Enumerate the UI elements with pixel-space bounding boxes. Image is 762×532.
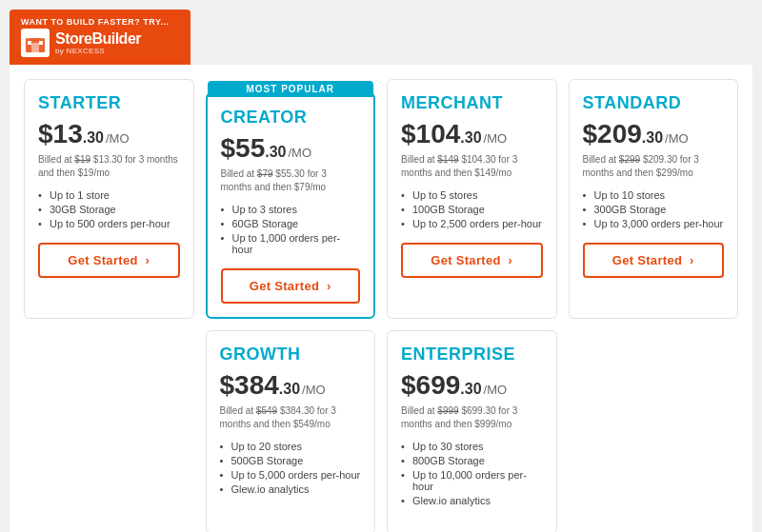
feature-starter-3: Up to 500 orders per-hour: [38, 218, 180, 229]
arrow-icon-starter: ›: [146, 253, 150, 267]
plan-price-merchant: $104 .30 /MO: [401, 119, 543, 149]
plan-name-enterprise: ENTERPRISE: [401, 345, 543, 365]
billing-after-standard: $209.30 for 3 months and then $299/mo: [583, 154, 699, 178]
price-cents-creator: .30: [265, 144, 286, 161]
price-main-growth: $384: [220, 370, 279, 401]
billing-after-merchant: $104.30 for 3 months and then $149/mo: [401, 154, 517, 178]
plan-name-growth: GROWTH: [220, 345, 362, 365]
feature-growth-1: Up to 20 stores: [220, 441, 362, 452]
billing-text-enterprise: Billed at $999 $699.30 for 3 months and …: [401, 404, 543, 431]
billing-text-starter: Billed at $19 $13.30 for 3 months and th…: [38, 153, 180, 180]
billing-text-merchant: Billed at $149 $104.30 for 3 months and …: [401, 153, 543, 180]
feature-enterprise-2: 800GB Storage: [401, 455, 543, 466]
feature-standard-2: 300GB Storage: [583, 204, 725, 215]
svg-rect-2: [31, 43, 39, 52]
plan-name-merchant: MERCHANT: [401, 93, 543, 113]
main-content: STARTER $13 .30 /MO Billed at $19 $13.30…: [10, 65, 752, 532]
price-period-starter: /MO: [106, 131, 130, 146]
billing-after-starter: $13.30 for 3 months and then $19/mo: [38, 154, 178, 178]
get-started-creator[interactable]: Get Started ›: [221, 268, 361, 304]
feature-creator-3: Up to 1,000 orders per-hour: [221, 232, 361, 255]
feature-creator-2: 60GB Storage: [221, 218, 361, 229]
storebuilder-logo: StoreBuilder by NEXCESS: [21, 29, 179, 57]
price-period-growth: /MO: [302, 383, 326, 397]
feature-starter-1: Up to 1 store: [38, 189, 180, 201]
get-started-standard[interactable]: Get Started ›: [583, 243, 725, 278]
plan-card-enterprise: ENTERPRISE $699 .30 /MO Billed at $999 $…: [387, 330, 557, 532]
feature-growth-3: Up to 5,000 orders per-hour: [220, 469, 362, 481]
feature-enterprise-4: Glew.io analytics: [401, 495, 543, 506]
price-period-standard: /MO: [665, 131, 689, 146]
feature-growth-4: Glew.io analytics: [220, 483, 362, 495]
billing-strike-creator: $79: [257, 168, 273, 179]
features-growth: Up to 20 stores 500GB Storage Up to 5,00…: [220, 441, 362, 495]
feature-standard-3: Up to 3,000 orders per-hour: [583, 218, 725, 229]
feature-merchant-2: 100GB Storage: [401, 204, 543, 215]
plan-name-starter: STARTER: [38, 93, 180, 113]
price-period-enterprise: /MO: [484, 383, 508, 397]
price-period-merchant: /MO: [484, 131, 508, 146]
top-plans-grid: STARTER $13 .30 /MO Billed at $19 $13.30…: [24, 79, 738, 319]
plan-card-growth: GROWTH $384 .30 /MO Billed at $549 $384.…: [206, 330, 376, 532]
billing-strike-merchant: $149: [437, 154, 458, 165]
logo-icon: [21, 29, 50, 57]
plan-price-growth: $384 .30 /MO: [220, 370, 362, 401]
billing-after-enterprise: $699.30 for 3 months and then $999/mo: [401, 405, 517, 429]
feature-growth-2: 500GB Storage: [220, 455, 362, 466]
price-cents-enterprise: .30: [460, 381, 481, 398]
logo-text: StoreBuilder by NEXCESS: [55, 31, 141, 55]
price-cents-growth: .30: [279, 381, 300, 398]
plan-card-creator: MOST POPULAR CREATOR $55 .30 /MO Billed …: [206, 92, 376, 319]
feature-merchant-3: Up to 2,500 orders per-hour: [401, 218, 543, 229]
feature-merchant-1: Up to 5 stores: [401, 189, 543, 201]
feature-enterprise-3: Up to 10,000 orders per-hour: [401, 469, 543, 492]
billing-after-creator: $55.30 for 3 months and then $79/mo: [221, 168, 327, 192]
billing-strike-starter: $19: [74, 154, 90, 165]
plan-name-standard: STANDARD: [583, 93, 725, 113]
price-main-creator: $55: [221, 133, 266, 164]
top-banner-wrapper: WANT TO BUILD FASTER? TRY... StoreBuilde…: [10, 10, 752, 65]
features-starter: Up to 1 store 30GB Storage Up to 500 ord…: [38, 189, 180, 229]
plan-price-starter: $13 .30 /MO: [38, 119, 180, 149]
price-main-starter: $13: [38, 119, 83, 149]
price-main-enterprise: $699: [401, 370, 460, 401]
arrow-icon-merchant: ›: [509, 253, 513, 267]
feature-creator-1: Up to 3 stores: [221, 204, 361, 215]
billing-strike-enterprise: $999: [437, 405, 458, 416]
features-enterprise: Up to 30 stores 800GB Storage Up to 10,0…: [401, 441, 543, 506]
most-popular-badge: MOST POPULAR: [208, 81, 374, 97]
top-banner: WANT TO BUILD FASTER? TRY... StoreBuilde…: [10, 10, 190, 65]
arrow-icon-standard: ›: [690, 253, 694, 267]
plan-price-creator: $55 .30 /MO: [221, 133, 361, 164]
billing-text-creator: Billed at $79 $55.30 for 3 months and th…: [221, 167, 361, 194]
svg-rect-4: [39, 41, 43, 45]
plan-name-creator: CREATOR: [221, 108, 361, 128]
price-main-merchant: $104: [401, 119, 460, 149]
get-started-merchant[interactable]: Get Started ›: [401, 243, 543, 278]
price-cents-merchant: .30: [460, 129, 481, 147]
plan-card-starter: STARTER $13 .30 /MO Billed at $19 $13.30…: [24, 79, 194, 319]
get-started-starter[interactable]: Get Started ›: [38, 243, 180, 278]
price-cents-starter: .30: [83, 129, 104, 147]
feature-starter-2: 30GB Storage: [38, 204, 180, 215]
feature-standard-1: Up to 10 stores: [583, 189, 725, 201]
plan-price-standard: $209 .30 /MO: [583, 119, 725, 149]
plan-card-standard: STANDARD $209 .30 /MO Billed at $299 $20…: [569, 79, 739, 319]
bottom-plans-grid: GROWTH $384 .30 /MO Billed at $549 $384.…: [24, 330, 738, 532]
billing-strike-growth: $549: [256, 405, 277, 416]
plan-price-enterprise: $699 .30 /MO: [401, 370, 543, 401]
brand-name: StoreBuilder: [55, 31, 141, 47]
price-cents-standard: .30: [642, 129, 663, 147]
features-merchant: Up to 5 stores 100GB Storage Up to 2,500…: [401, 189, 543, 229]
arrow-icon-creator: ›: [327, 279, 331, 293]
price-main-standard: $209: [583, 119, 642, 149]
by-nexcess: by NEXCESS: [55, 47, 141, 55]
billing-text-growth: Billed at $549 $384.30 for 3 months and …: [220, 404, 362, 431]
features-standard: Up to 10 stores 300GB Storage Up to 3,00…: [583, 189, 725, 229]
billing-strike-standard: $299: [619, 154, 640, 165]
feature-enterprise-1: Up to 30 stores: [401, 441, 543, 452]
want-text: WANT TO BUILD FASTER? TRY...: [21, 17, 179, 27]
price-period-creator: /MO: [288, 146, 311, 160]
plan-card-merchant: MERCHANT $104 .30 /MO Billed at $149 $10…: [387, 79, 557, 319]
svg-rect-3: [28, 41, 31, 45]
